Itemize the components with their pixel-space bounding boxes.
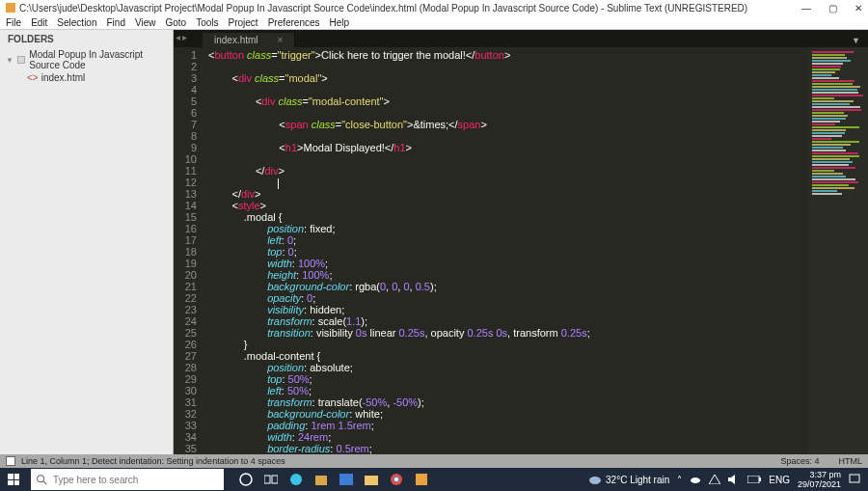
statusbar: Line 1, Column 1; Detect indentation: Se… [0, 454, 868, 468]
code-area[interactable]: 1234567891011121314151617181920212223242… [174, 47, 868, 454]
weather-icon [588, 474, 602, 485]
window-title: C:\Users\jude\Desktop\Javascript Project… [19, 3, 747, 14]
tab-label: index.html [214, 35, 258, 45]
taskview-icon[interactable] [264, 473, 278, 486]
tabstrip: index.html × ▼ [174, 30, 868, 47]
cortana-icon[interactable] [239, 473, 253, 486]
menu-goto[interactable]: Goto [165, 17, 186, 28]
svg-point-13 [589, 477, 601, 484]
minimap[interactable] [808, 47, 868, 454]
language-indicator[interactable]: ENG [769, 475, 790, 485]
taskbar-pinned [239, 473, 428, 486]
folder-icon [17, 56, 25, 64]
edge-icon[interactable] [289, 473, 303, 486]
onedrive-icon[interactable] [690, 475, 701, 484]
svg-rect-6 [315, 476, 327, 485]
clock-date: 29/07/2021 [798, 479, 841, 489]
clock[interactable]: 3:37 pm 29/07/2021 [798, 470, 841, 489]
status-panel-icon[interactable] [6, 456, 15, 466]
status-spaces[interactable]: Spaces: 4 [780, 456, 819, 466]
tray-chevron-icon[interactable]: ˄ [677, 475, 682, 485]
svg-line-1 [43, 480, 46, 483]
tab-close-icon[interactable]: × [278, 35, 284, 45]
menubar: FileEditSelectionFindViewGotoToolsProjec… [0, 15, 868, 30]
menu-find[interactable]: Find [107, 17, 125, 28]
minimize-button[interactable]: — [801, 3, 811, 14]
file-label: index.html [41, 72, 86, 83]
network-icon[interactable] [709, 475, 720, 484]
notifications-icon[interactable] [849, 474, 860, 485]
store-icon[interactable] [314, 473, 328, 486]
start-button[interactable] [0, 468, 27, 491]
svg-rect-16 [759, 477, 761, 481]
explorer-icon[interactable] [365, 473, 378, 486]
svg-rect-3 [264, 476, 270, 483]
system-tray: 32°C Light rain ˄ ENG 3:37 pm 29/07/2021 [588, 470, 868, 489]
close-button[interactable]: ✕ [854, 3, 862, 14]
weather-text: 32°C Light rain [606, 475, 669, 485]
editor: ◂ ▸ index.html × ▼ 123456789101112131415… [174, 30, 868, 454]
taskbar: Type here to search 32°C Light rain ˄ EN… [0, 468, 868, 491]
app-icon [6, 3, 15, 13]
svg-point-0 [38, 475, 44, 481]
search-placeholder: Type here to search [53, 475, 138, 485]
taskbar-search[interactable]: Type here to search [31, 469, 224, 490]
file-row[interactable]: <>index.html [0, 71, 173, 84]
chrome-icon[interactable] [390, 473, 403, 486]
menu-selection[interactable]: Selection [57, 17, 96, 28]
weather-widget[interactable]: 32°C Light rain [588, 474, 669, 485]
sidebar-header: FOLDERS [0, 30, 173, 48]
menu-edit[interactable]: Edit [31, 17, 47, 28]
sublime-icon[interactable] [415, 473, 428, 486]
menu-project[interactable]: Project [229, 17, 258, 28]
clock-time: 3:37 pm [798, 470, 841, 479]
forward-icon[interactable]: ▸ [182, 32, 187, 42]
svg-rect-15 [747, 476, 759, 483]
volume-icon[interactable] [728, 475, 740, 484]
menu-tools[interactable]: Tools [196, 17, 218, 28]
menu-view[interactable]: View [135, 17, 156, 28]
svg-rect-7 [339, 474, 353, 485]
folder-row[interactable]: ▼ Modal Popup In Javascript Source Code [0, 48, 173, 71]
sidebar: FOLDERS ▼ Modal Popup In Javascript Sour… [0, 30, 174, 454]
windows-icon [8, 474, 19, 485]
svg-point-2 [240, 474, 252, 485]
menu-help[interactable]: Help [330, 17, 350, 28]
svg-rect-4 [272, 476, 278, 483]
status-left: Line 1, Column 1; Detect indentation: Se… [21, 456, 285, 466]
svg-rect-17 [850, 475, 859, 482]
search-icon [37, 475, 47, 485]
svg-point-14 [691, 477, 700, 483]
svg-point-11 [394, 477, 398, 481]
svg-point-5 [290, 474, 302, 485]
chevron-down-icon: ▼ [6, 56, 14, 65]
battery-icon[interactable] [747, 476, 761, 483]
svg-rect-12 [416, 474, 427, 485]
main-area: FOLDERS ▼ Modal Popup In Javascript Sour… [0, 30, 868, 454]
tab-overflow-icon[interactable]: ▼ [844, 34, 868, 47]
line-gutter: 1234567891011121314151617181920212223242… [174, 47, 203, 454]
back-icon[interactable]: ◂ [176, 32, 180, 42]
html-file-icon: <> [27, 72, 39, 83]
code-content[interactable]: <button class="trigger">Click here to tr… [203, 47, 808, 454]
tab-history-arrows[interactable]: ◂ ▸ [176, 32, 187, 42]
status-lang[interactable]: HTML [839, 456, 863, 466]
svg-rect-8 [365, 476, 378, 485]
window-titlebar: C:\Users\jude\Desktop\Javascript Project… [0, 0, 868, 15]
tab-index-html[interactable]: index.html × [203, 33, 295, 47]
menu-file[interactable]: File [6, 17, 21, 28]
menu-preferences[interactable]: Preferences [268, 17, 320, 28]
mail-icon[interactable] [339, 473, 353, 486]
maximize-button[interactable]: ▢ [828, 3, 837, 14]
folder-label: Modal Popup In Javascript Source Code [29, 49, 167, 70]
